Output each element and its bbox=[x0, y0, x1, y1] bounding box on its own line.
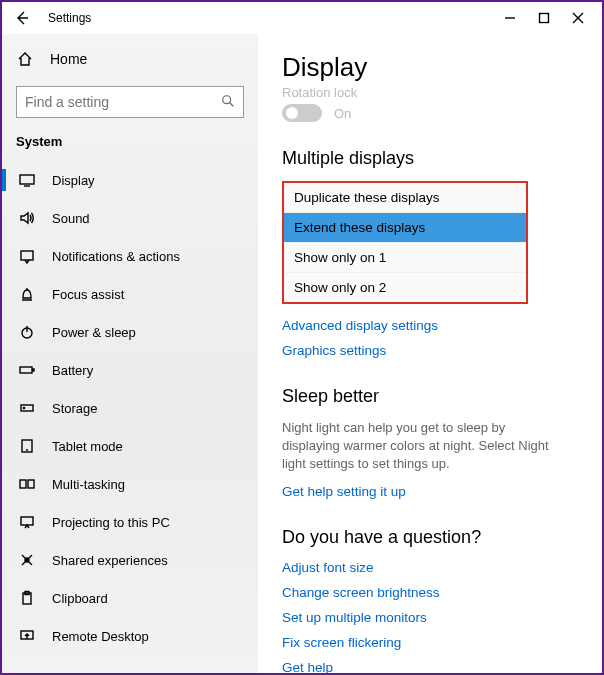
sidebar-item-label: Battery bbox=[52, 363, 93, 378]
sidebar-item-label: Multi-tasking bbox=[52, 477, 125, 492]
minimize-icon bbox=[504, 12, 516, 24]
focus-assist-icon bbox=[18, 286, 36, 302]
toggle-state-label: On bbox=[334, 106, 351, 121]
sidebar-item-sound[interactable]: Sound bbox=[16, 199, 244, 237]
sidebar-item-label: Display bbox=[52, 173, 95, 188]
sidebar-item-notifications[interactable]: Notifications & actions bbox=[16, 237, 244, 275]
link-adjust-font[interactable]: Adjust font size bbox=[282, 560, 578, 575]
section-multiple-displays: Multiple displays bbox=[282, 148, 578, 169]
dropdown-option-extend[interactable]: Extend these displays bbox=[284, 213, 526, 243]
rotation-lock-label: Rotation lock bbox=[282, 85, 578, 100]
arrow-left-icon bbox=[14, 10, 30, 26]
close-button[interactable] bbox=[572, 12, 584, 24]
sleep-description: Night light can help you get to sleep by… bbox=[282, 419, 562, 474]
sidebar-item-focus-assist[interactable]: Focus assist bbox=[16, 275, 244, 313]
display-icon bbox=[18, 172, 36, 188]
sidebar-item-label: Shared experiences bbox=[52, 553, 168, 568]
window-controls bbox=[504, 12, 596, 24]
back-button[interactable] bbox=[8, 4, 36, 32]
sidebar-item-label: Remote Desktop bbox=[52, 629, 149, 644]
sidebar-item-label: Clipboard bbox=[52, 591, 108, 606]
sidebar-item-label: Notifications & actions bbox=[52, 249, 180, 264]
sidebar-item-battery[interactable]: Battery bbox=[16, 351, 244, 389]
dropdown-option-duplicate[interactable]: Duplicate these displays bbox=[284, 183, 526, 213]
svg-rect-5 bbox=[20, 367, 32, 373]
clipboard-icon bbox=[18, 590, 36, 606]
dropdown-option-show2[interactable]: Show only on 2 bbox=[284, 273, 526, 302]
link-brightness[interactable]: Change screen brightness bbox=[282, 585, 578, 600]
svg-rect-9 bbox=[20, 480, 26, 488]
sidebar-item-label: Tablet mode bbox=[52, 439, 123, 454]
link-sleep-help[interactable]: Get help setting it up bbox=[282, 484, 578, 499]
minimize-button[interactable] bbox=[504, 12, 516, 24]
multitasking-icon bbox=[18, 476, 36, 492]
search-icon bbox=[221, 94, 235, 111]
sidebar-item-power-sleep[interactable]: Power & sleep bbox=[16, 313, 244, 351]
projecting-icon bbox=[18, 514, 36, 530]
svg-point-7 bbox=[23, 407, 24, 408]
search-input[interactable] bbox=[16, 86, 244, 118]
link-advanced-display[interactable]: Advanced display settings bbox=[282, 318, 578, 333]
titlebar: Settings bbox=[2, 2, 602, 34]
sidebar-item-storage[interactable]: Storage bbox=[16, 389, 244, 427]
sidebar-item-display[interactable]: Display bbox=[16, 161, 244, 199]
sidebar-item-tablet-mode[interactable]: Tablet mode bbox=[16, 427, 244, 465]
notifications-icon bbox=[18, 248, 36, 264]
sidebar: Home System Display Sound Notifications … bbox=[2, 34, 258, 673]
home-icon bbox=[16, 51, 34, 67]
link-get-help[interactable]: Get help bbox=[282, 660, 578, 673]
sidebar-item-multitasking[interactable]: Multi-tasking bbox=[16, 465, 244, 503]
sidebar-item-clipboard[interactable]: Clipboard bbox=[16, 579, 244, 617]
sidebar-item-remote-desktop[interactable]: Remote Desktop bbox=[16, 617, 244, 655]
sidebar-item-label: Sound bbox=[52, 211, 90, 226]
sidebar-item-shared-exp[interactable]: Shared experiences bbox=[16, 541, 244, 579]
tablet-icon bbox=[18, 438, 36, 454]
storage-icon bbox=[18, 400, 36, 416]
remote-desktop-icon bbox=[18, 628, 36, 644]
window-title: Settings bbox=[48, 11, 91, 25]
power-icon bbox=[18, 324, 36, 340]
rotation-lock-toggle[interactable]: On bbox=[282, 104, 578, 122]
maximize-icon bbox=[538, 12, 550, 24]
svg-point-1 bbox=[223, 95, 231, 103]
battery-icon bbox=[18, 362, 36, 378]
sidebar-item-label: Projecting to this PC bbox=[52, 515, 170, 530]
svg-rect-3 bbox=[21, 251, 33, 260]
page-title: Display bbox=[282, 52, 578, 83]
svg-rect-2 bbox=[20, 175, 34, 184]
sidebar-item-label: Power & sleep bbox=[52, 325, 136, 340]
display-mode-dropdown[interactable]: Duplicate these displays Extend these di… bbox=[282, 181, 528, 304]
svg-rect-0 bbox=[540, 14, 549, 23]
close-icon bbox=[572, 12, 584, 24]
search-field[interactable] bbox=[25, 94, 221, 110]
sidebar-item-label: Storage bbox=[52, 401, 98, 416]
sidebar-item-label: Focus assist bbox=[52, 287, 124, 302]
toggle-track bbox=[282, 104, 322, 122]
category-title: System bbox=[16, 134, 244, 149]
link-multiple-monitors[interactable]: Set up multiple monitors bbox=[282, 610, 578, 625]
main-content: Display Rotation lock On Multiple displa… bbox=[258, 34, 602, 673]
sidebar-item-projecting[interactable]: Projecting to this PC bbox=[16, 503, 244, 541]
shared-icon bbox=[18, 552, 36, 568]
link-screen-flicker[interactable]: Fix screen flickering bbox=[282, 635, 578, 650]
sidebar-home[interactable]: Home bbox=[16, 42, 244, 76]
svg-rect-10 bbox=[28, 480, 34, 488]
dropdown-option-show1[interactable]: Show only on 1 bbox=[284, 243, 526, 273]
section-question: Do you have a question? bbox=[282, 527, 578, 548]
home-label: Home bbox=[50, 51, 87, 67]
sound-icon bbox=[18, 210, 36, 226]
maximize-button[interactable] bbox=[538, 12, 550, 24]
section-sleep-better: Sleep better bbox=[282, 386, 578, 407]
link-graphics-settings[interactable]: Graphics settings bbox=[282, 343, 578, 358]
